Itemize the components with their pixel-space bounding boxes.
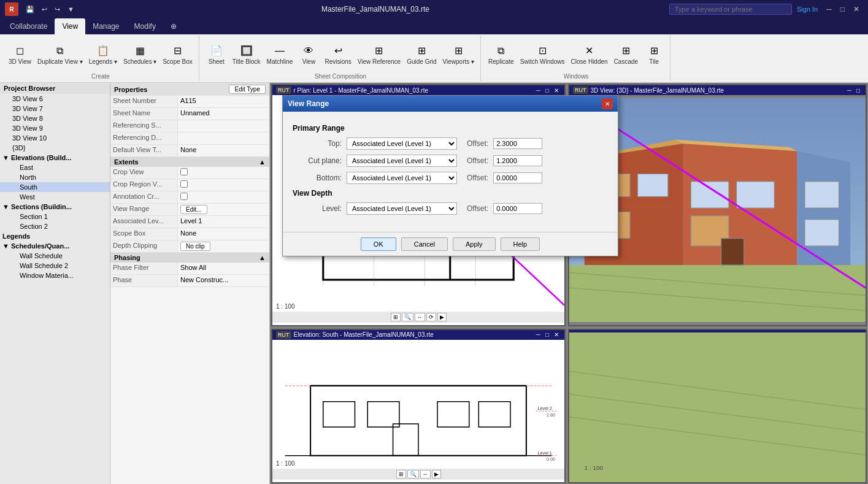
schedules-icon: ▦ xyxy=(133,44,147,58)
prop-phase: Phase New Construc... xyxy=(110,275,269,287)
sheet-btn[interactable]: 📄 Sheet xyxy=(204,42,229,67)
tree-item-east[interactable]: East xyxy=(0,163,110,172)
top-offset-input[interactable] xyxy=(493,138,542,149)
cutplane-offset-input[interactable] xyxy=(493,155,542,166)
titleblock-icon: 🔲 xyxy=(239,44,254,58)
replicate-btn[interactable]: ⧉ Replicate xyxy=(486,42,517,67)
view-reference-btn[interactable]: ⊞ View Reference xyxy=(355,42,403,67)
guidegrid-icon: ⊞ xyxy=(414,44,429,58)
duplicate-view-btn[interactable]: ⧉ Duplicate View ▾ xyxy=(35,42,85,67)
tree-item-legends[interactable]: Legends xyxy=(0,231,110,241)
tree-item-elevations[interactable]: ▼ Elevations (Build... xyxy=(0,153,110,163)
windows-label: Windows xyxy=(486,72,666,80)
level-select[interactable]: Associated Level (Level 1) xyxy=(347,202,457,215)
cascade-btn[interactable]: ⊞ Cascade xyxy=(612,42,640,67)
bottom-select[interactable]: Associated Level (Level 1) xyxy=(347,172,457,184)
view-area: View Range ✕ Primary Range Top: Associat… xyxy=(270,83,868,484)
dialog-title: View Range xyxy=(288,99,329,108)
tree-item-schedules[interactable]: ▼ Schedules/Quan... xyxy=(0,241,110,251)
depth-clipping-btn[interactable]: No clip xyxy=(180,242,210,251)
settings-btn[interactable]: ▼ xyxy=(65,4,77,15)
viewports-btn[interactable]: ⊞ Viewports ▾ xyxy=(440,42,477,67)
ok-button[interactable]: OK xyxy=(361,237,396,251)
viewports-icon: ⊞ xyxy=(451,44,466,58)
top-row: Top: Associated Level (Level 1) Offset: xyxy=(293,137,608,150)
bottom-offset-input[interactable] xyxy=(493,172,542,183)
guide-grid-btn[interactable]: ⊞ Guide Grid xyxy=(404,42,439,67)
schedules-btn[interactable]: ▦ Schedules ▾ xyxy=(121,42,159,67)
view-icon: 👁 xyxy=(301,44,316,58)
tree-item-3dview7[interactable]: 3D View 7 xyxy=(0,104,110,113)
tab-manage[interactable]: Manage xyxy=(85,18,126,34)
tree-item-north[interactable]: North xyxy=(0,172,110,182)
title-block-btn[interactable]: 🔲 Title Block xyxy=(230,42,263,67)
tree-item-section1[interactable]: Section 1 xyxy=(0,212,110,221)
tree-item-3dview9[interactable]: 3D View 9 xyxy=(0,123,110,133)
tab-view[interactable]: View xyxy=(55,18,85,34)
tile-btn[interactable]: ⊞ Tile xyxy=(642,42,666,67)
bottom-row: Bottom: Associated Level (Level 1) Offse… xyxy=(293,172,608,184)
top-label: Top: xyxy=(293,139,342,148)
prop-crop-view: Crop View xyxy=(110,167,269,179)
tree-item-wallschedule[interactable]: Wall Schedule xyxy=(0,251,110,261)
maximize-btn[interactable]: □ xyxy=(837,5,848,13)
cutplane-select[interactable]: Associated Level (Level 1) xyxy=(347,155,457,167)
switch-windows-btn[interactable]: ⊡ Switch Windows xyxy=(518,42,567,67)
dialog-close-btn[interactable]: ✕ xyxy=(602,98,613,109)
top-select[interactable]: Associated Level (Level 1) xyxy=(347,137,457,150)
ribbon-group-windows: ⧉ Replicate ⊡ Switch Windows ✕ Close Hid… xyxy=(482,36,670,81)
windows-buttons: ⧉ Replicate ⊡ Switch Windows ✕ Close Hid… xyxy=(486,37,666,72)
revisions-btn[interactable]: ↩ Revisions xyxy=(322,42,353,67)
minimize-btn[interactable]: ─ xyxy=(823,5,835,13)
tab-extra[interactable]: ⊕ xyxy=(163,18,184,34)
dialog-overlay: View Range ✕ Primary Range Top: Associat… xyxy=(270,83,868,484)
tab-collaborate[interactable]: Collaborate xyxy=(2,18,55,34)
matchline-btn[interactable]: — Matchline xyxy=(264,42,296,67)
tree-item-section2[interactable]: Section 2 xyxy=(0,221,110,231)
view-btn[interactable]: 👁 View xyxy=(296,42,321,67)
tree-item-windowmaterial[interactable]: Window Materia... xyxy=(0,271,110,280)
crop-view-checkbox[interactable] xyxy=(180,168,188,175)
tree-item-3dview6[interactable]: 3D View 6 xyxy=(0,94,110,104)
close-hidden-btn[interactable]: ✕ Close Hidden xyxy=(569,42,610,67)
tree-item-sections[interactable]: ▼ Sections (Buildin... xyxy=(0,202,110,212)
tree-item-3d[interactable]: {3D} xyxy=(0,143,110,153)
sign-in-link[interactable]: Sign In xyxy=(797,6,818,13)
level-offset-input[interactable] xyxy=(493,203,542,214)
apply-button[interactable]: Apply xyxy=(453,237,496,251)
scopebox-icon: ⊟ xyxy=(171,44,185,58)
scope-box-btn[interactable]: ⊟ Scope Box xyxy=(160,42,194,67)
tree-item-wallschedule2[interactable]: Wall Schedule 2 xyxy=(0,261,110,271)
tree-item-south[interactable]: South xyxy=(0,182,110,192)
cancel-button[interactable]: Cancel xyxy=(401,237,448,251)
quick-access: 💾 ↩ ↪ ▼ xyxy=(23,4,77,15)
help-button[interactable]: Help xyxy=(501,237,540,251)
tab-modify[interactable]: Modify xyxy=(127,18,163,34)
tree-item-3dview10[interactable]: 3D View 10 xyxy=(0,133,110,143)
undo-btn[interactable]: ↩ xyxy=(39,4,50,15)
redo-btn[interactable]: ↪ xyxy=(52,4,63,15)
project-browser: Project Browser 3D View 6 3D View 7 3D V… xyxy=(0,83,110,484)
sheet-icon: 📄 xyxy=(209,44,224,58)
properties-edit-btn[interactable]: Edit Type xyxy=(229,85,266,94)
close-btn[interactable]: ✕ xyxy=(850,5,863,13)
level-label: Level: xyxy=(293,204,342,213)
crop-region-checkbox[interactable] xyxy=(180,180,188,188)
tree-item-west[interactable]: West xyxy=(0,192,110,202)
view-depth-label: View Depth xyxy=(293,189,608,198)
search-input[interactable] xyxy=(669,4,792,15)
prop-referencing-d: Referencing D... xyxy=(110,133,269,145)
prop-crop-region: Crop Region V... xyxy=(110,179,269,191)
view-range-edit-btn[interactable]: Edit... xyxy=(180,205,207,214)
properties-header: Properties Edit Type xyxy=(110,83,269,96)
bottom-label: Bottom: xyxy=(293,174,342,182)
save-btn[interactable]: 💾 xyxy=(23,4,37,15)
revisions-icon: ↩ xyxy=(331,44,345,58)
3d-view-btn[interactable]: ◻ 3D View xyxy=(6,42,34,67)
tree-item-3dview8[interactable]: 3D View 8 xyxy=(0,113,110,123)
legends-btn[interactable]: 📋 Legends ▾ xyxy=(86,42,120,67)
switchwin-icon: ⊡ xyxy=(535,44,550,58)
level-row: Level: Associated Level (Level 1) Offset… xyxy=(293,202,608,215)
annotation-checkbox[interactable] xyxy=(180,193,188,200)
prop-default-view: Default View T... None xyxy=(110,145,269,157)
